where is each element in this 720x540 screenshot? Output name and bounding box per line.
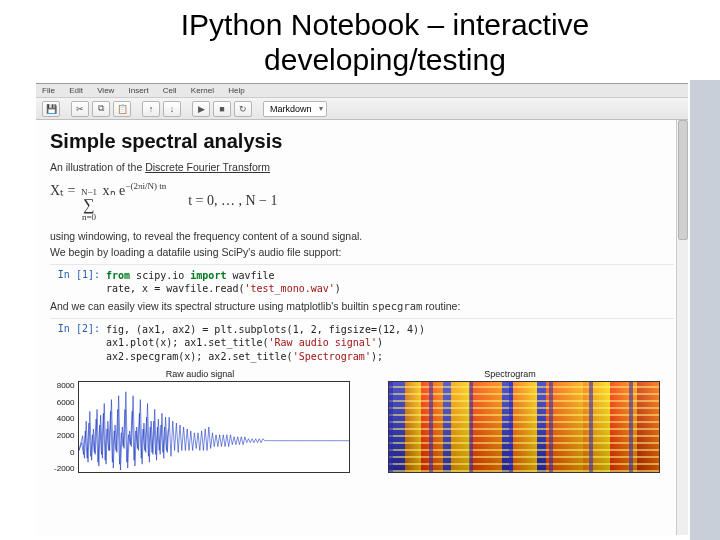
- dft-link[interactable]: Discrete Fourier Transform: [145, 161, 270, 173]
- intro-line-4: And we can easily view its spectral stru…: [50, 300, 674, 312]
- intro4b: specgram: [372, 300, 423, 312]
- scrollbar-thumb[interactable]: [678, 120, 688, 240]
- eq-range: t = 0, … , N − 1: [188, 193, 277, 209]
- plot-spectrogram: Spectrogram: [360, 369, 660, 473]
- menu-edit[interactable]: Edit: [69, 86, 83, 95]
- ytick: 8000: [50, 381, 75, 390]
- restart-icon[interactable]: ↻: [234, 101, 252, 117]
- toolbar: 💾 ✂ ⧉ 📋 ↑ ↓ ▶ ■ ↻ Markdown: [36, 98, 688, 120]
- plot2-title: Spectrogram: [360, 369, 660, 379]
- eq-sum-bot: n=0: [82, 213, 96, 222]
- code-cell-1[interactable]: In [1]: from scipy.io import wavfile rat…: [50, 264, 674, 296]
- intro4c: routine:: [422, 300, 460, 312]
- intro-line-3: We begin by loading a datafile using Sci…: [50, 246, 674, 258]
- plot1-title: Raw audio signal: [50, 369, 350, 379]
- ytick: 4000: [50, 414, 75, 423]
- intro-text: An illustration of the: [50, 161, 145, 173]
- menu-kernel[interactable]: Kernel: [191, 86, 214, 95]
- output-plots: Raw audio signal 8000 6000 4000 2000 0 -…: [50, 369, 674, 473]
- slide-background-right: [690, 80, 720, 540]
- cell1-prompt: In [1]:: [50, 269, 106, 296]
- celltype-dropdown[interactable]: Markdown: [263, 101, 327, 117]
- run-icon[interactable]: ▶: [192, 101, 210, 117]
- plot2-canvas: [388, 381, 661, 473]
- cell2-code[interactable]: fig, (ax1, ax2) = plt.subplots(1, 2, fig…: [106, 323, 425, 364]
- plot-raw-audio: Raw audio signal 8000 6000 4000 2000 0 -…: [50, 369, 350, 473]
- scrollbar[interactable]: [676, 120, 688, 535]
- stop-icon[interactable]: ■: [213, 101, 231, 117]
- down-icon[interactable]: ↓: [163, 101, 181, 117]
- menu-insert[interactable]: Insert: [129, 86, 149, 95]
- eq-body: xₙ e: [103, 183, 126, 198]
- notebook-content: Simple spectral analysis An illustration…: [36, 120, 688, 535]
- code-cell-2[interactable]: In [2]: fig, (ax1, ax2) = plt.subplots(1…: [50, 318, 674, 364]
- plot1-yticks: 8000 6000 4000 2000 0 -2000: [50, 381, 78, 473]
- menu-file[interactable]: File: [42, 86, 55, 95]
- ytick: 2000: [50, 431, 75, 440]
- paste-icon[interactable]: 📋: [113, 101, 131, 117]
- plot1-canvas: [78, 381, 351, 473]
- up-icon[interactable]: ↑: [142, 101, 160, 117]
- copy-icon[interactable]: ⧉: [92, 101, 110, 117]
- equation: Xₜ = N−1 ∑ n=0 xₙ e−(2πi/N) tn t = 0, … …: [50, 181, 674, 222]
- cell2-prompt: In [2]:: [50, 323, 106, 364]
- menubar: File Edit View Insert Cell Kernel Help: [36, 84, 688, 98]
- spectrogram-image: [389, 382, 660, 472]
- eq-sum: N−1 ∑ n=0: [81, 188, 97, 222]
- eq-lhs: Xₜ =: [50, 183, 79, 198]
- menu-cell[interactable]: Cell: [163, 86, 177, 95]
- slide-title: IPython Notebook – interactive developin…: [0, 0, 720, 81]
- celltype-label: Markdown: [270, 104, 312, 114]
- ytick: 0: [50, 448, 75, 457]
- ytick: -2000: [50, 464, 75, 473]
- notebook-heading: Simple spectral analysis: [50, 130, 674, 153]
- intro-line-1: An illustration of the Discrete Fourier …: [50, 161, 674, 173]
- sigma-icon: ∑: [83, 197, 94, 213]
- menu-help[interactable]: Help: [228, 86, 244, 95]
- cut-icon[interactable]: ✂: [71, 101, 89, 117]
- intro-line-2: using windowing, to reveal the frequency…: [50, 230, 674, 242]
- intro4a: And we can easily view its spectral stru…: [50, 300, 372, 312]
- menu-view[interactable]: View: [97, 86, 114, 95]
- ytick: 6000: [50, 398, 75, 407]
- notebook-window: File Edit View Insert Cell Kernel Help 💾…: [36, 83, 688, 535]
- eq-exp: −(2πi/N) tn: [125, 181, 166, 191]
- save-icon[interactable]: 💾: [42, 101, 60, 117]
- cell1-code[interactable]: from scipy.io import wavfile rate, x = w…: [106, 269, 341, 296]
- plot2-yticks: [360, 381, 388, 473]
- waveform: [79, 382, 350, 472]
